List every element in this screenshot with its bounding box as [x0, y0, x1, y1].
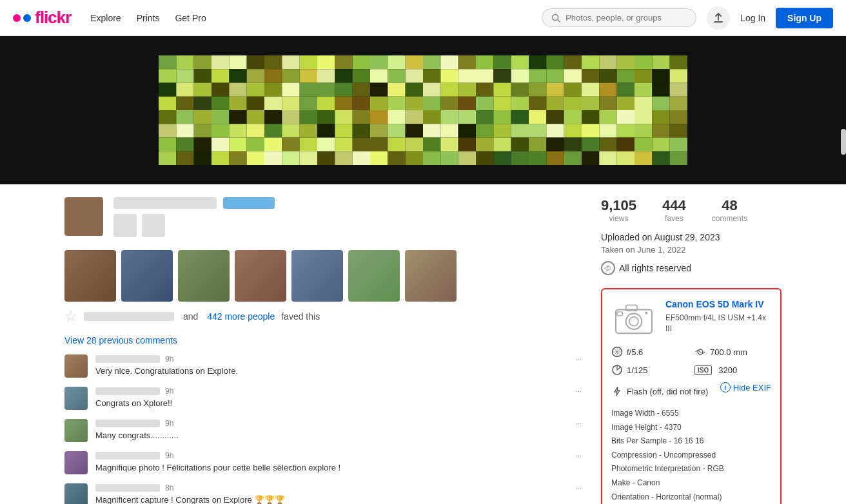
- comment-text: Magnifique photo ! Félicitations pour ce…: [95, 462, 582, 474]
- flash-value: Flash (off, did not fire): [627, 387, 708, 396]
- signup-button[interactable]: Sign Up: [776, 8, 833, 28]
- comment-username: [95, 420, 160, 427]
- comment-time: 9h: [165, 387, 173, 396]
- stat-comments: 48 comments: [712, 197, 747, 223]
- exif-detail-item: Photometric Interpretation - RGB: [611, 462, 771, 476]
- comment-avatar: [64, 483, 88, 504]
- comment-username: [95, 387, 160, 395]
- exif-box: Canon EOS 5D Mark IV EF500mm f/4L IS USM…: [601, 288, 782, 504]
- fave-more-link[interactable]: 442 more people: [207, 311, 275, 322]
- shutter-icon: [611, 364, 623, 376]
- nav-getpro[interactable]: Get Pro: [175, 13, 206, 23]
- exif-detail-item: Make - Canon: [611, 476, 771, 490]
- favorite-icon[interactable]: ☆: [64, 308, 77, 325]
- comment-options-icon[interactable]: ···: [576, 452, 582, 460]
- faves-count: 444: [662, 197, 686, 214]
- stat-views: 9,105 views: [601, 197, 636, 223]
- page-wrapper: ☆ and 442 more people faved this View 28…: [0, 0, 846, 504]
- main-nav: Explore Prints Get Pro: [90, 13, 206, 23]
- comment-item: 9h ··· Magnifique photo ! Félicitations …: [64, 451, 582, 474]
- photo-strips: [64, 250, 582, 302]
- action-icons-row: [113, 214, 582, 237]
- dot-blue: [23, 14, 31, 22]
- exif-iso: ISO 3200: [694, 364, 771, 376]
- thumbnail-2[interactable]: [121, 250, 173, 302]
- logo[interactable]: flickr: [13, 8, 71, 28]
- thumbnail-6[interactable]: [348, 250, 400, 302]
- exif-aperture: f/5.6: [611, 346, 688, 358]
- camera-info: Canon EOS 5D Mark IV EF500mm f/4L IS USM…: [665, 298, 771, 337]
- comment-avatar: [64, 354, 88, 378]
- comment-text: Magnificent capture ! Congrats on Explor…: [95, 494, 582, 504]
- faves-label: faves: [662, 214, 686, 223]
- comment-item: 8h ··· Magnificent capture ! Congrats on…: [64, 483, 582, 504]
- copyright-icon: ©: [601, 261, 615, 275]
- logo-dots: [13, 14, 31, 22]
- site-header: flickr Explore Prints Get Pro Log In Sig…: [0, 0, 846, 36]
- exif-detail-item: Bits Per Sample - 16 16 16: [611, 434, 771, 449]
- user-info-row: [64, 197, 582, 237]
- iso-badge: ISO: [694, 365, 712, 375]
- exif-shutter: 1/125: [611, 364, 688, 376]
- comment-username: [95, 355, 160, 363]
- thumbnail-1[interactable]: [64, 250, 116, 302]
- camera-lens: EF500mm f/4L IS USM +1.4x III: [665, 313, 771, 334]
- comment-meta: 9h ···: [95, 451, 582, 460]
- flash-icon: [611, 385, 623, 397]
- svg-line-1: [558, 19, 560, 22]
- thumbnail-5[interactable]: [291, 250, 343, 302]
- thumbnail-3[interactable]: [178, 250, 230, 302]
- scrollbar[interactable]: [841, 129, 846, 155]
- username-bar: [113, 197, 582, 209]
- svg-point-7: [645, 311, 647, 314]
- comment-body: 9h ··· Congrats on Xplore!!: [95, 387, 582, 409]
- search-input[interactable]: [566, 13, 687, 23]
- user-avatar: [64, 197, 103, 236]
- comment-list: 9h ··· Very nice. Congratulations on Exp…: [64, 354, 582, 504]
- fave-and-text: and: [181, 311, 201, 322]
- taken-date: Taken on June 1, 2022: [601, 245, 782, 255]
- comment-text: Very nice. Congratulations on Explore.: [95, 365, 582, 377]
- aperture-icon: [611, 346, 623, 358]
- comment-body: 8h ··· Magnificent capture ! Congrats on…: [95, 483, 582, 504]
- nav-explore[interactable]: Explore: [90, 13, 121, 23]
- username-placeholder: [113, 197, 217, 209]
- aperture-value: f/5.6: [627, 347, 643, 357]
- exif-detail-item: Orientation - Horizontal (normal): [611, 490, 771, 504]
- stat-faves: 444 faves: [662, 197, 686, 223]
- view-previous-comments-link[interactable]: View 28 previous comments: [64, 335, 582, 345]
- comment-time: 9h: [165, 451, 173, 460]
- comment-item: 9h ··· Many congrats............: [64, 419, 582, 442]
- svg-point-4: [629, 317, 638, 326]
- comment-avatar: [64, 451, 88, 474]
- hero-image: [159, 55, 687, 165]
- focal-length-icon: [694, 346, 706, 358]
- comment-options-icon[interactable]: ···: [576, 387, 582, 395]
- exif-detail-item: Compression - Uncompressed: [611, 449, 771, 463]
- thumbnail-7[interactable]: [405, 250, 457, 302]
- comment-time: 9h: [165, 354, 173, 363]
- views-label: views: [601, 214, 636, 223]
- login-button[interactable]: Log In: [740, 13, 765, 23]
- action-icon-2: [142, 214, 165, 237]
- comment-options-icon[interactable]: ···: [576, 420, 582, 427]
- comment-options-icon[interactable]: ···: [576, 355, 582, 363]
- comment-meta: 9h ···: [95, 354, 582, 363]
- comment-options-icon[interactable]: ···: [576, 484, 582, 492]
- stats-row: 9,105 views 444 faves 48 comments: [601, 197, 782, 223]
- camera-name[interactable]: Canon EOS 5D Mark IV: [665, 298, 771, 310]
- shutter-value: 1/125: [627, 365, 648, 375]
- upload-button[interactable]: [707, 6, 730, 30]
- header-right: Log In Sign Up: [707, 6, 833, 30]
- comment-body: 9h ··· Very nice. Congratulations on Exp…: [95, 354, 582, 377]
- thumbnail-4[interactable]: [235, 250, 286, 302]
- right-panel: 9,105 views 444 faves 48 comments Upload…: [601, 197, 782, 504]
- nav-prints[interactable]: Prints: [137, 13, 160, 23]
- fave-suffix: faved this: [281, 311, 320, 322]
- exif-focal-length: 700.0 mm: [694, 346, 771, 358]
- hide-exif-link[interactable]: Hide EXIF: [733, 383, 771, 393]
- exif-flash: Flash (off, did not fire): [611, 385, 708, 397]
- info-icon: i: [720, 382, 731, 393]
- exif-detail-item: Image Width - 6555: [611, 407, 771, 421]
- comment-meta: 9h ···: [95, 419, 582, 428]
